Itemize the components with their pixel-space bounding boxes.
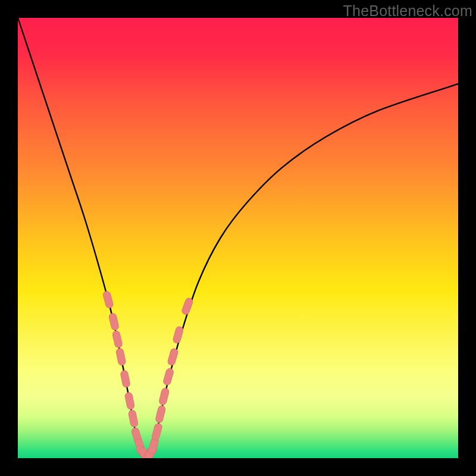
outer-frame: TheBottleneck.com (0, 0, 476, 476)
marker-dash (167, 372, 170, 381)
marker-dash (186, 302, 189, 311)
marker-dash (129, 396, 130, 406)
marker-group (107, 295, 189, 458)
marker-dash (156, 427, 158, 436)
watermark-text: TheBottleneck.com (343, 2, 472, 20)
marker-dash (107, 295, 109, 304)
marker-dash (177, 330, 179, 339)
marker-dash (116, 334, 118, 344)
marker-dash (132, 414, 134, 424)
marker-dash (124, 374, 126, 384)
marker-dash (159, 409, 162, 419)
marker-dash (120, 352, 122, 362)
plot-area (18, 18, 458, 458)
chart-svg (18, 18, 458, 458)
marker-dash (113, 317, 115, 327)
marker-dash (152, 441, 155, 450)
marker-dash (163, 392, 165, 402)
marker-dash (171, 352, 174, 361)
bottleneck-curve (18, 18, 458, 457)
